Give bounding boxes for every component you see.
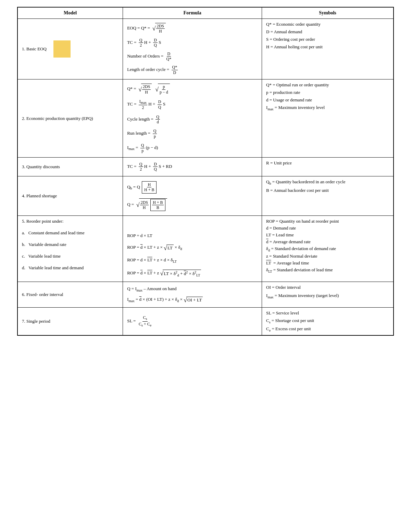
formula-quantity-discounts: TC = Q 2 H + D Q S + RD <box>123 158 262 176</box>
formula-epq-5: Imax = Q p (p − d) <box>127 143 258 153</box>
header-symbols: Symbols <box>262 8 394 19</box>
symbol-sp-2: Cs = Shortage cost per unit <box>266 318 389 324</box>
symbol-eoq-3: S = Ordering cost per order <box>266 37 389 42</box>
model-single-period: 7. Single period <box>18 308 123 335</box>
symbol-sp-1: SL = Service level <box>266 310 389 316</box>
formula-eoq-3: Number of Orders = D Q* <box>127 51 258 62</box>
formula-epq-3: Cycle length = Q d <box>127 114 258 125</box>
model-name-single-period: 7. Single period <box>22 319 50 324</box>
formula-eoq-2: TC = Q 2 H + D Q S <box>127 38 258 48</box>
symbol-epq-1: Q* = Optimal run or order quantity <box>266 82 389 88</box>
symbol-rop-2: d = Demand rate <box>266 225 389 231</box>
reorder-sub-a: a. Constant demand and lead time <box>22 230 119 236</box>
symbol-sp-3: Ce = Excess cost per unit <box>266 326 389 332</box>
model-name-reorder-point: 5. Reorder point under: <box>22 219 63 224</box>
model-name-epq: 2. Economic production quantity (EPQ) <box>22 116 93 121</box>
formula-rop-b: ROP = d × LT + z × √ LT × δd <box>127 245 258 251</box>
symbols-planned-shortage: Qb = Quantity backordered in an order cy… <box>262 176 394 216</box>
symbols-single-period: SL = Service level Cs = Shortage cost pe… <box>262 308 394 335</box>
symbol-eoq-2: D = Annual demand <box>266 29 389 35</box>
symbols-epq: Q* = Optimal run or order quantity p = p… <box>262 79 394 158</box>
formula-rop-d: ROP = d × LT + z √ LT × δ2d + d2 × δ2LT <box>127 270 258 277</box>
symbol-foi-1: OI = Order interval <box>266 285 389 290</box>
symbol-rop-8: δLT = Standard deviation of lead time <box>266 267 389 273</box>
row-quantity-discounts: 3. Quantity discounts TC = Q 2 H + D Q <box>18 158 394 176</box>
symbol-foi-2: Imax = Maximum inventory (target level) <box>266 293 389 299</box>
model-name-fixed-order-interval: 6. Fixed- order interval <box>22 292 63 297</box>
symbol-epq-2: p = production rate <box>266 90 389 95</box>
formula-ps-2: Q = √ 2DS H H + B <box>127 198 258 212</box>
reorder-sub-d: d. Variable lead time and demand <box>22 265 119 271</box>
symbol-epq-3: d = Usage or demand rate <box>266 97 389 103</box>
row-reorder-point: 5. Reorder point under: a. Constant dema… <box>18 216 394 282</box>
symbols-reorder-point: ROP = Quantity on hand at reorder point … <box>262 216 394 282</box>
formula-qd-1: TC = Q 2 H + D Q S + RD <box>127 162 258 172</box>
formula-epq-2: TC = Imax 2 H + D Q S <box>127 99 258 110</box>
header-formula: Formula <box>123 8 262 19</box>
reorder-sub-c: c. Variable lead time <box>22 253 119 259</box>
formula-single-period: SL = Cs Cs + Ce <box>123 308 262 335</box>
symbol-rop-5: δd = Standard deviation of demand rate <box>266 246 389 252</box>
symbol-rop-1: ROP = Quantity on hand at reorder point <box>266 219 389 224</box>
formula-rop-a: ROP = d × LT <box>127 233 258 238</box>
model-name-basic-eoq: 1. Basic EOQ <box>22 46 47 52</box>
formula-eoq-1: EOQ = Q* = √ 2DS H <box>127 23 258 34</box>
formula-reorder-point: ROP = d × LT ROP = d × LT + z × √ LT × δ… <box>123 216 262 282</box>
symbol-eoq-1: Q* = Economic order quantity <box>266 22 389 27</box>
formula-foi-2: Imax = d × (OI + LT) + z × δd × √ OI + L… <box>127 297 258 303</box>
row-single-period: 7. Single period SL = Cs Cs + Ce SL = Se… <box>18 308 394 335</box>
symbol-ps-2: B = Annual backorder cost per unit <box>266 188 389 193</box>
formula-fixed-order-interval: Q = Imax – Amount on hand Imax = d × (OI… <box>123 282 262 308</box>
symbol-eoq-4: H = Annual holing cost per unit <box>266 44 389 50</box>
formula-sp-1: SL = Cs Cs + Ce <box>127 315 258 327</box>
model-fixed-order-interval: 6. Fixed- order interval <box>18 282 123 308</box>
formula-epq-4: Run length = Q p <box>127 128 258 139</box>
symbols-fixed-order-interval: OI = Order interval Imax = Maximum inven… <box>262 282 394 308</box>
symbols-quantity-discounts: R = Unit price <box>262 158 394 176</box>
row-planned-shortage: 4. Planned shortage Qb = Q H H + B Q <box>18 176 394 216</box>
formula-basic-eoq: EOQ = Q* = √ 2DS H TC = <box>123 19 262 79</box>
symbol-rop-4: d = Average demand rate <box>266 239 389 245</box>
formula-foi-1: Q = Imax – Amount on hand <box>127 286 258 292</box>
symbols-basic-eoq: Q* = Economic order quantity D = Annual … <box>262 19 394 79</box>
formula-rop-c: ROP = d × LT + z × d × δLT <box>127 257 258 263</box>
yellow-square-icon <box>53 40 71 58</box>
header-model: Model <box>18 8 123 19</box>
model-epq: 2. Economic production quantity (EPQ) <box>18 79 123 158</box>
symbol-epq-4: Imax = Maximum inventory level <box>266 105 389 111</box>
symbol-rop-3: LT = Lead time <box>266 232 389 238</box>
model-planned-shortage: 4. Planned shortage <box>18 176 123 216</box>
model-basic-eoq: 1. Basic EOQ <box>18 19 123 79</box>
row-epq: 2. Economic production quantity (EPQ) Q*… <box>18 79 394 158</box>
reorder-sub-b: b. Variable demand rate <box>22 242 119 247</box>
formula-epq-1: Q* = √ 2DS H √ <box>127 84 258 95</box>
model-name-quantity-discounts: 3. Quantity discounts <box>22 164 60 169</box>
main-table-wrapper: Model Formula Symbols 1. Basic EOQ EOQ =… <box>17 7 394 336</box>
model-name-planned-shortage: 4. Planned shortage <box>22 193 57 198</box>
formula-epq: Q* = √ 2DS H √ <box>123 79 262 158</box>
model-quantity-discounts: 3. Quantity discounts <box>18 158 123 176</box>
symbol-rop-6: z = Standard Normal deviate <box>266 253 389 259</box>
symbol-qd-1: R = Unit price <box>266 160 389 166</box>
formula-eoq-4: Length of order cycle = Q* D <box>127 65 258 75</box>
symbol-rop-7: LT = Average lead time <box>266 260 389 266</box>
formula-ps-1: Qb = Q H H + B <box>127 181 258 194</box>
row-basic-eoq: 1. Basic EOQ EOQ = Q* = √ 2DS H <box>18 19 394 79</box>
formula-planned-shortage: Qb = Q H H + B Q = √ <box>123 176 262 216</box>
row-fixed-order-interval: 6. Fixed- order interval Q = Imax – Amou… <box>18 282 394 308</box>
model-reorder-point: 5. Reorder point under: a. Constant dema… <box>18 216 123 282</box>
symbol-ps-1: Qb = Quantity backordered in an order cy… <box>266 179 389 185</box>
